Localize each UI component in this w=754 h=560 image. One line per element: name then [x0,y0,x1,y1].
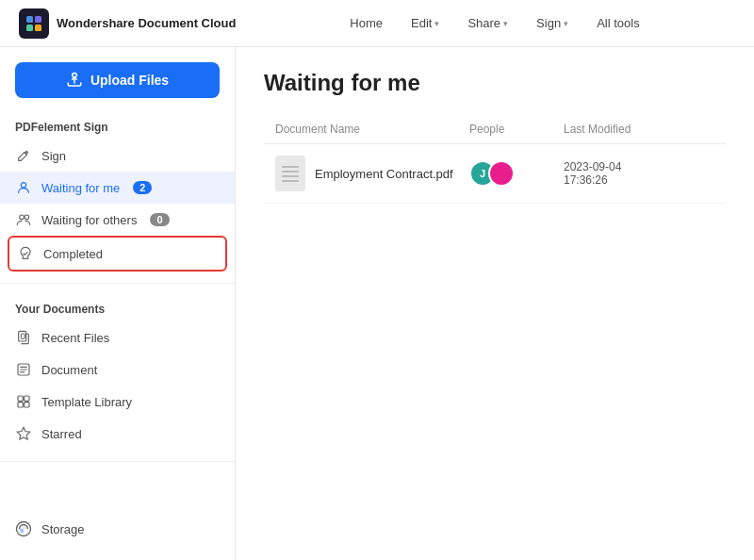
sign-icon [15,147,32,164]
nav-sign-label: Sign [536,16,561,30]
upload-files-label: Upload Files [90,73,169,88]
sidebar-item-recent-files[interactable]: Recent Files [0,321,235,354]
logo-area: Wondershare Document Cloud [19,8,254,39]
svg-rect-9 [21,334,25,338]
completed-label: Completed [43,247,103,261]
app-logo-text: Wondershare Document Cloud [57,16,236,30]
nav-share-label: Share [467,16,500,30]
nav-items: Home Edit ▾ Share ▾ Sign ▾ All tools [254,16,735,30]
waiting-for-others-badge: 0 [150,213,169,226]
nav-share[interactable]: Share ▾ [467,16,508,30]
waiting-for-me-badge: 2 [133,181,152,194]
sidebar-item-waiting-for-me[interactable]: Waiting for me 2 [0,172,235,204]
page-title: Waiting for me [264,70,726,96]
svg-point-4 [73,74,77,78]
storage-label: Storage [41,522,85,536]
waiting-for-me-label: Waiting for me [41,181,120,195]
main-content: Waiting for me Document Name People Last… [236,47,754,560]
svg-point-7 [25,215,29,220]
nav-edit[interactable]: Edit ▾ [411,16,439,30]
pdfelement-section-label: PDFelement Sign [0,113,235,140]
svg-rect-12 [25,396,29,401]
main-area: Upload Files PDFelement Sign Sign Wa [0,47,754,560]
waiting-for-me-icon [15,179,32,196]
svg-rect-13 [18,403,23,407]
template-library-icon [15,393,32,410]
nav-home[interactable]: Home [350,16,383,30]
sidebar-divider-2 [0,461,235,462]
document-label: Document [41,363,97,377]
svg-rect-0 [26,16,33,23]
waiting-for-others-label: Waiting for others [41,213,137,227]
nav-edit-label: Edit [411,16,432,30]
col-document-name: Document Name [275,123,469,136]
your-docs-section-label: Your Documents [0,295,235,321]
sidebar-item-storage[interactable]: Storage [0,513,235,545]
avatar-secondary [488,160,515,187]
app-logo-icon [19,8,49,39]
recent-files-label: Recent Files [41,331,109,345]
upload-icon [66,72,83,89]
sidebar-item-document[interactable]: Document [0,354,235,386]
chevron-down-icon: ▾ [564,19,568,28]
table-row[interactable]: Employment Contract.pdf J 2023-09-0417:3… [264,144,726,204]
storage-icon [15,520,32,537]
file-thumbnail [275,156,305,191]
upload-files-button[interactable]: Upload Files [15,62,220,98]
chevron-down-icon: ▾ [434,19,439,28]
last-modified-cell: 2023-09-0417:36:26 [564,160,714,187]
table-header: Document Name People Last Modified [264,115,726,144]
sidebar-item-waiting-for-others[interactable]: Waiting for others 0 [0,204,235,236]
svg-rect-11 [18,396,23,401]
svg-rect-2 [26,25,33,31]
nav-all-tools-label: All tools [597,16,640,30]
recent-files-icon [15,329,32,346]
upload-btn-area: Upload Files [0,62,235,113]
file-name: Employment Contract.pdf [315,167,453,181]
sidebar-item-completed[interactable]: Completed [8,236,227,272]
template-library-label: Template Library [41,395,132,409]
svg-rect-1 [35,16,41,23]
svg-rect-3 [35,25,41,31]
nav-home-label: Home [350,16,383,30]
sidebar-divider [0,283,235,284]
nav-all-tools[interactable]: All tools [597,16,640,30]
file-cell: Employment Contract.pdf [275,156,469,191]
sidebar-item-starred[interactable]: Starred [0,418,235,450]
completed-icon [17,245,34,262]
sidebar-item-sign[interactable]: Sign [0,140,235,172]
nav-sign[interactable]: Sign ▾ [536,16,568,30]
starred-label: Starred [41,427,82,441]
svg-point-6 [20,215,25,220]
sidebar: Upload Files PDFelement Sign Sign Wa [0,47,236,560]
svg-point-5 [21,183,25,188]
starred-icon [15,425,32,442]
chevron-down-icon: ▾ [503,19,508,28]
top-navigation: Wondershare Document Cloud Home Edit ▾ S… [0,0,754,47]
svg-rect-14 [25,403,29,407]
people-cell: J [469,160,564,187]
sidebar-item-template-library[interactable]: Template Library [0,386,235,418]
sign-label: Sign [41,149,66,163]
document-icon [15,361,32,378]
file-lines-icon [282,166,299,182]
col-people: People [469,123,564,136]
waiting-for-others-icon [15,211,32,228]
col-last-modified: Last Modified [564,123,714,136]
